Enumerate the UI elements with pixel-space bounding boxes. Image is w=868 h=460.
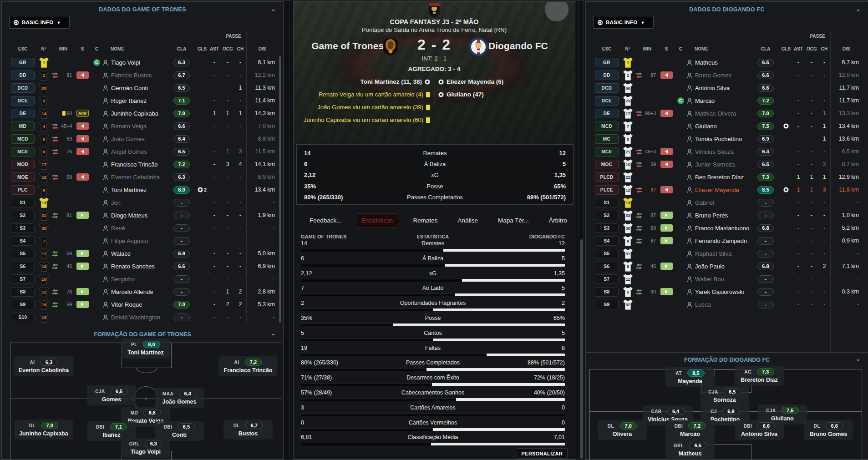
formation-player-card[interactable]: GRL 6,3 Tiago Volpi: [121, 438, 170, 458]
player-row[interactable]: DE 1790+3Mathias Olivera7.0--113,3 km: [586, 107, 862, 120]
player-name[interactable]: Renê: [111, 225, 125, 232]
player-row[interactable]: DD 281Fabricio Bustos6.7---12,2 km: [2, 69, 277, 81]
formation-player-card[interactable]: PL 8,0 Toni Martínez: [121, 339, 170, 359]
player-row[interactable]: MCE 676Angel Gomes6.5-1311,5 km: [2, 145, 277, 158]
player-name[interactable]: António Silva: [695, 85, 730, 91]
tab-estatsticas[interactable]: Estatísticas: [357, 213, 398, 227]
player-name[interactable]: Walter Bou: [695, 276, 724, 283]
player-row[interactable]: S8 1176Marcelo Allende--122,8 km: [2, 285, 277, 298]
player-row[interactable]: DCD 66António Silva6.6---11,7 km: [586, 81, 862, 94]
player-name[interactable]: Serginho: [111, 276, 135, 283]
player-name[interactable]: Bruno Gomes: [695, 72, 731, 79]
personalize-button[interactable]: PERSONALIZAR: [517, 448, 568, 459]
formation-player-card[interactable]: CJA 6,5 Gomes: [87, 385, 136, 405]
player-row[interactable]: S2 3387Bruno Peres----1,0 km: [586, 209, 862, 222]
player-row[interactable]: S6 1845Renato Sanches6.6---6,9 km: [2, 260, 277, 273]
tab-rbitro[interactable]: Árbitro: [544, 213, 572, 227]
player-name[interactable]: Vitor Roque: [111, 301, 142, 308]
player-name[interactable]: Roger Ibañez: [111, 97, 147, 104]
player-row[interactable]: DCD 20Germán Conti6.5--111,3 km: [2, 81, 277, 94]
player-name[interactable]: Renato Sanches: [111, 263, 155, 270]
player-name[interactable]: Gabriel: [695, 199, 714, 206]
player-name[interactable]: Marcelo Allende: [111, 288, 153, 295]
player-name[interactable]: Junior Sornoza: [695, 161, 735, 168]
tab-mapatr[interactable]: Mapa Tér...: [493, 213, 534, 227]
player-name[interactable]: Mathias Olivera: [695, 110, 736, 117]
view-selector-button[interactable]: BASIC INFO ▾: [9, 16, 70, 29]
player-name[interactable]: Francisco Trincão: [111, 161, 158, 168]
player-row[interactable]: MCD 7Giuliano7.5--113,4 km: [586, 120, 862, 132]
table-scrollbar[interactable]: [279, 56, 281, 323]
player-name[interactable]: Filipe Augusto: [111, 238, 148, 244]
player-row[interactable]: S9 1659Vitor Roque7.0-225,3 km: [2, 298, 277, 311]
player-name[interactable]: Yarek Gąsiorowski: [695, 288, 744, 295]
formation-player-card[interactable]: CJA 6,5 Sornoza: [700, 386, 749, 406]
player-name[interactable]: Ben Brereton Díaz: [695, 174, 744, 181]
collapse-chevron-icon[interactable]: ⌄: [271, 330, 276, 337]
player-name[interactable]: Everton Cebolinha: [111, 174, 160, 181]
player-row[interactable]: S8 590Yarek Gąsiorowski----0,3 km: [586, 285, 862, 298]
player-row[interactable]: DCE 23CMarcão7.2---11,7 km: [586, 94, 862, 107]
player-row[interactable]: MOD 17Francisco Trincão7.2-3414,1 km: [2, 158, 277, 171]
player-name[interactable]: Diogo Mateus: [111, 212, 147, 219]
player-name[interactable]: Toni Martínez: [111, 187, 147, 193]
player-row[interactable]: PLCD 22Ben Brereton Díaz7.311112,9 km: [586, 171, 862, 183]
player-row[interactable]: S5 31Raphael Silva-----: [586, 247, 862, 260]
player-name[interactable]: Tomás Pochettino: [695, 136, 742, 142]
player-row[interactable]: GR 1CTiago Volpi6.3---6,1 km: [2, 56, 277, 69]
formation-player-card[interactable]: DL 6,6 Bruno Gomes: [804, 420, 853, 440]
formation-player-card[interactable]: AI 7,2 Francisco Trincão: [219, 356, 278, 376]
player-row[interactable]: DE 1460AmrJuninho Capixaba7.011114,3 km: [2, 107, 277, 120]
player-row[interactable]: S4 987Fernando Zampedri----0,9 km: [586, 234, 862, 247]
player-row[interactable]: S3 30Renê-----: [2, 222, 277, 234]
player-name[interactable]: Germán Conti: [111, 85, 148, 91]
player-name[interactable]: João Gomes: [111, 136, 145, 142]
player-name[interactable]: Raphael Silva: [695, 250, 731, 257]
tab-remates[interactable]: Remates: [408, 213, 443, 227]
player-name[interactable]: Angel Gomes: [111, 148, 147, 155]
player-row[interactable]: S6 645João Paulo6.8--27,1 km: [586, 260, 862, 273]
formation-player-card[interactable]: DL 7,0 Juninho Capixaba: [14, 420, 73, 440]
formation-player-card[interactable]: DBI 6,6 António Silva: [735, 420, 784, 440]
player-name[interactable]: Jori: [111, 199, 121, 206]
formation-player-card[interactable]: DL 7,0 Olivera: [598, 420, 647, 440]
player-row[interactable]: MD 445+4Renato Veiga6.6---7,0 km: [2, 120, 277, 132]
view-selector-button[interactable]: BASIC INFO ▾: [593, 16, 654, 29]
player-row[interactable]: S10 19Deivid Washington-----: [2, 311, 277, 324]
player-row[interactable]: S7 10Serginho-----: [2, 273, 277, 285]
formation-player-card[interactable]: AI 6,3 Everton Cebolinha: [14, 356, 74, 376]
formation-player-card[interactable]: GRL 6,5 Matheus: [665, 440, 715, 460]
player-name[interactable]: Lucca: [695, 301, 711, 308]
center-scrollbar[interactable]: [580, 239, 583, 459]
player-row[interactable]: PLC 9Toni Martínez8.02---13,4 km: [2, 183, 277, 196]
player-row[interactable]: DCE 3Roger Ibañez7.1---11,4 km: [2, 94, 277, 107]
player-name[interactable]: Giuliano: [695, 123, 717, 130]
player-name[interactable]: Fernando Zampedri: [695, 238, 747, 244]
player-row[interactable]: S5 1259Walace6.9---5,0 km: [2, 247, 277, 260]
collapse-chevron-icon[interactable]: ⌄: [856, 5, 861, 12]
player-row[interactable]: MCD 859João Gomes6.4---8,8 km: [2, 132, 277, 145]
player-row[interactable]: DD 287Bruno Gomes6.6---12,0 km: [586, 69, 862, 81]
player-name[interactable]: Marcão: [695, 97, 715, 104]
collapse-chevron-icon[interactable]: ⌄: [856, 355, 861, 362]
player-row[interactable]: S1 13Jori-----: [2, 196, 277, 209]
tab-feedback[interactable]: Feedback...: [305, 213, 347, 227]
player-name[interactable]: Vinicius Souza: [695, 148, 734, 155]
formation-player-card[interactable]: DBI 7,2 Marcão: [665, 420, 715, 440]
player-row[interactable]: S9 32Lucca-----: [586, 298, 862, 311]
player-row[interactable]: S1 13Gabriel-----: [586, 196, 862, 209]
player-row[interactable]: PLCE 1287Eliezer Mayenda8.511311,8 km: [586, 183, 862, 196]
formation-player-card[interactable]: AC 7,3 Brereton Díaz: [735, 366, 784, 386]
player-row[interactable]: MC 8Tomás Pochettino6.9--113,6 km: [586, 132, 862, 145]
away-team-name[interactable]: Diogando FC: [488, 40, 548, 51]
player-name[interactable]: Eliezer Mayenda: [695, 187, 739, 193]
player-row[interactable]: MOE 1559Everton Cebolinha6.3---8,9 km: [2, 171, 277, 183]
tab-anlise[interactable]: Análise: [453, 213, 483, 227]
collapse-chevron-icon[interactable]: ⌄: [271, 5, 276, 12]
player-name[interactable]: Franco Mastantuono: [695, 225, 749, 232]
player-row[interactable]: GR 1Matheus6.5---6,7 km: [586, 56, 862, 69]
player-name[interactable]: João Paulo: [695, 263, 725, 270]
player-row[interactable]: S4 7Filipe Augusto-----: [2, 234, 277, 247]
player-name[interactable]: Juninho Capixaba: [111, 110, 158, 117]
player-name[interactable]: Walace: [111, 250, 131, 257]
